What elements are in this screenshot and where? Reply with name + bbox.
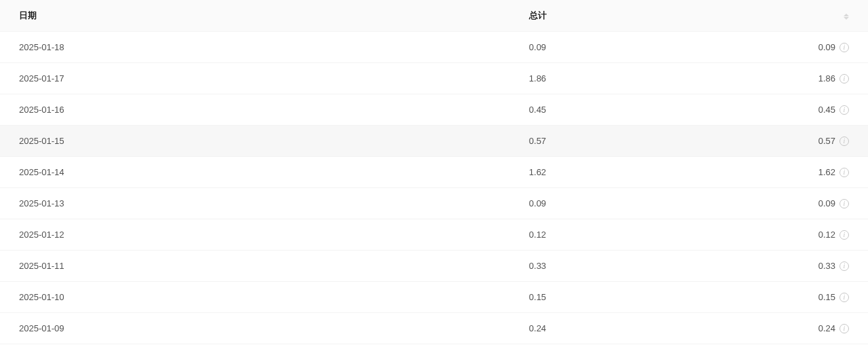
cell-total: 0.09: [521, 188, 738, 219]
value-with-icon: 0.12: [818, 230, 849, 240]
cell-total: 0.57: [521, 126, 738, 157]
total-value: 0.09: [529, 42, 546, 52]
sort-icon[interactable]: [844, 14, 849, 20]
info-icon[interactable]: [839, 105, 849, 115]
header-total-label: 总计: [529, 10, 547, 20]
total-value: 0.33: [529, 261, 546, 271]
amount-value: 0.09: [818, 42, 835, 52]
data-table: 日期 总计 2025-01-180.090.092025-01-171.861.…: [0, 0, 868, 344]
cell-total: 0.09: [521, 32, 738, 63]
total-value: 0.45: [529, 105, 546, 115]
table-row[interactable]: 2025-01-100.150.15: [0, 282, 868, 313]
cell-value: 0.33: [738, 251, 868, 282]
cell-date: 2025-01-12: [0, 219, 521, 251]
amount-value: 0.33: [818, 261, 835, 271]
cell-date: 2025-01-11: [0, 251, 521, 282]
info-icon[interactable]: [839, 74, 849, 84]
header-date-label: 日期: [19, 10, 37, 20]
cell-total: 0.33: [521, 251, 738, 282]
cell-date: 2025-01-18: [0, 32, 521, 63]
value-with-icon: 1.86: [818, 73, 849, 84]
cell-value: 0.24: [738, 313, 868, 344]
amount-value: 1.86: [818, 73, 835, 84]
table-row[interactable]: 2025-01-180.090.09: [0, 32, 868, 63]
total-value: 0.09: [529, 198, 546, 208]
total-value: 1.86: [529, 73, 546, 84]
cell-value: 0.12: [738, 219, 868, 251]
table-row[interactable]: 2025-01-171.861.86: [0, 63, 868, 94]
cell-date: 2025-01-15: [0, 126, 521, 157]
value-with-icon: 0.33: [818, 261, 849, 271]
table-row[interactable]: 2025-01-150.570.57: [0, 126, 868, 157]
cell-value: 1.86: [738, 63, 868, 94]
info-icon[interactable]: [839, 230, 849, 240]
table-row[interactable]: 2025-01-160.450.45: [0, 94, 868, 126]
value-with-icon: 0.24: [818, 323, 849, 333]
date-value: 2025-01-17: [19, 73, 65, 84]
cell-date: 2025-01-09: [0, 313, 521, 344]
date-value: 2025-01-12: [19, 230, 65, 240]
value-with-icon: 0.45: [818, 105, 849, 115]
column-header-date[interactable]: 日期: [0, 0, 521, 32]
amount-value: 0.15: [818, 292, 835, 302]
cell-value: 0.57: [738, 126, 868, 157]
sort-desc-icon: [844, 17, 849, 20]
cell-total: 1.86: [521, 63, 738, 94]
amount-value: 0.45: [818, 105, 835, 115]
column-header-total[interactable]: 总计: [521, 0, 738, 32]
table-row[interactable]: 2025-01-130.090.09: [0, 188, 868, 219]
table-row[interactable]: 2025-01-110.330.33: [0, 251, 868, 282]
cell-date: 2025-01-10: [0, 282, 521, 313]
total-value: 0.57: [529, 136, 546, 146]
sort-asc-icon: [844, 14, 849, 16]
table-row[interactable]: 2025-01-120.120.12: [0, 219, 868, 251]
info-icon[interactable]: [839, 136, 849, 146]
info-icon[interactable]: [839, 324, 849, 333]
total-value: 0.12: [529, 230, 546, 240]
date-value: 2025-01-14: [19, 167, 65, 177]
value-with-icon: 1.62: [818, 167, 849, 177]
value-with-icon: 0.15: [818, 292, 849, 302]
date-value: 2025-01-16: [19, 105, 65, 115]
date-value: 2025-01-10: [19, 292, 65, 302]
info-icon[interactable]: [839, 43, 849, 52]
table-row[interactable]: 2025-01-090.240.24: [0, 313, 868, 344]
amount-value: 0.09: [818, 198, 835, 208]
value-with-icon: 0.57: [818, 136, 849, 146]
amount-value: 0.57: [818, 136, 835, 146]
cell-total: 0.12: [521, 219, 738, 251]
date-value: 2025-01-11: [19, 261, 65, 271]
cell-total: 0.24: [521, 313, 738, 344]
amount-value: 0.24: [818, 323, 835, 333]
info-icon[interactable]: [839, 261, 849, 271]
cell-value: 0.15: [738, 282, 868, 313]
cell-date: 2025-01-16: [0, 94, 521, 126]
table-header: 日期 总计: [0, 0, 868, 32]
cell-total: 0.45: [521, 94, 738, 126]
info-icon[interactable]: [839, 168, 849, 177]
amount-value: 1.62: [818, 167, 835, 177]
cell-date: 2025-01-13: [0, 188, 521, 219]
cell-value: 0.09: [738, 32, 868, 63]
info-icon[interactable]: [839, 293, 849, 302]
cell-total: 1.62: [521, 157, 738, 188]
date-value: 2025-01-13: [19, 198, 65, 208]
cell-date: 2025-01-14: [0, 157, 521, 188]
cell-date: 2025-01-17: [0, 63, 521, 94]
table-body: 2025-01-180.090.092025-01-171.861.862025…: [0, 32, 868, 344]
table-row[interactable]: 2025-01-141.621.62: [0, 157, 868, 188]
info-icon[interactable]: [839, 199, 849, 208]
total-value: 0.24: [529, 323, 546, 333]
date-value: 2025-01-15: [19, 136, 65, 146]
column-header-value[interactable]: [738, 0, 868, 32]
date-value: 2025-01-18: [19, 42, 65, 52]
amount-value: 0.12: [818, 230, 835, 240]
value-with-icon: 0.09: [818, 42, 849, 52]
cell-value: 1.62: [738, 157, 868, 188]
date-value: 2025-01-09: [19, 323, 65, 333]
value-with-icon: 0.09: [818, 198, 849, 208]
cell-value: 0.09: [738, 188, 868, 219]
total-value: 1.62: [529, 167, 546, 177]
cell-total: 0.15: [521, 282, 738, 313]
cell-value: 0.45: [738, 94, 868, 126]
